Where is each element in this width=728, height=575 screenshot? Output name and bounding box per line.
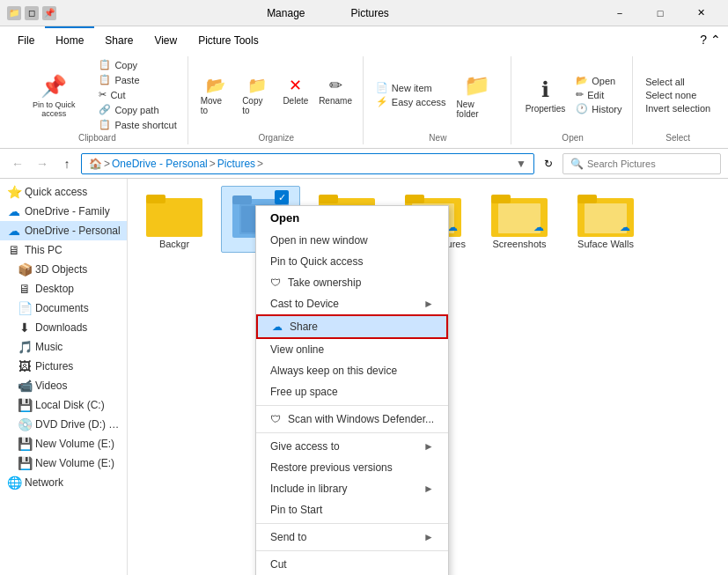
sidebar-item-videos[interactable]: 📹 Videos	[0, 376, 127, 395]
cut-button[interactable]: ✂ Cut	[95, 88, 180, 101]
3d-objects-icon: 📦	[18, 262, 32, 276]
ctx-share[interactable]: ☁ Share	[256, 314, 448, 339]
sidebar-item-this-pc[interactable]: 🖥 This PC	[0, 240, 127, 260]
ctx-always-keep[interactable]: Always keep on this device	[256, 360, 448, 381]
tab-picture-tools[interactable]: Picture Tools	[188, 26, 268, 53]
ctx-scan-defender[interactable]: 🛡 Scan with Windows Defender...	[256, 409, 448, 430]
pin-to-quick-access-button[interactable]: 📌 Pin to Quick access	[14, 70, 93, 120]
sidebar-item-onedrive-personal[interactable]: ☁ OneDrive - Personal	[0, 221, 127, 240]
sidebar-label-onedrive-personal: OneDrive - Personal	[25, 225, 121, 237]
easy-access-button[interactable]: ⚡ Easy access	[372, 95, 450, 108]
sidebar-item-3d-objects[interactable]: 📦 3D Objects	[0, 260, 127, 279]
ctx-send-to[interactable]: Send to ►	[256, 527, 448, 548]
tab-file[interactable]: File	[7, 26, 45, 53]
new-volume-e2-icon: 💾	[18, 456, 32, 470]
organize-label: Organize	[258, 133, 294, 143]
edit-button[interactable]: ✏ Edit	[572, 88, 625, 101]
ctx-pin-quick-access[interactable]: Pin to Quick access	[256, 251, 448, 272]
properties-button[interactable]: ℹ Properties	[520, 74, 571, 115]
svg-rect-8	[319, 195, 338, 203]
sidebar-item-local-disk[interactable]: 💾 Local Disk (C:)	[0, 395, 127, 415]
quick-access-icon[interactable]: ◻	[25, 6, 39, 20]
sidebar-item-quick-access[interactable]: ⭐ Quick access	[0, 182, 127, 202]
file-item-suface-walls[interactable]: ☁ Suface Walls	[566, 186, 645, 253]
minimize-button[interactable]: −	[599, 0, 640, 26]
ctx-cast-to-device[interactable]: Cast to Device ►	[256, 293, 448, 314]
ctx-view-online[interactable]: View online	[256, 339, 448, 360]
tab-view[interactable]: View	[143, 26, 188, 53]
back-button[interactable]: ←	[7, 153, 28, 174]
move-to-button[interactable]: 📂 Move to	[197, 73, 235, 117]
new-folder-button[interactable]: 📁 New folder	[452, 70, 504, 121]
sidebar-label-network: Network	[25, 476, 63, 489]
delete-button[interactable]: ✕ Delete	[279, 73, 312, 117]
ctx-give-access[interactable]: Give access to ►	[256, 436, 448, 457]
ctx-cut[interactable]: Cut	[256, 554, 448, 575]
open-button[interactable]: 📂 Open	[572, 74, 625, 87]
select-none-button[interactable]: Select none	[642, 89, 714, 101]
search-input[interactable]	[587, 158, 713, 169]
sidebar-item-music[interactable]: 🎵 Music	[0, 337, 127, 357]
paste-shortcut-button[interactable]: 📋 Paste shortcut	[95, 118, 180, 131]
downloads-icon: ⬇	[18, 321, 32, 335]
shield-icon-ownership: 🛡	[270, 276, 281, 289]
select-all-button[interactable]: Select all	[642, 76, 714, 88]
new-item-button[interactable]: 📄 New item	[372, 81, 450, 94]
refresh-button[interactable]: ↻	[538, 153, 559, 174]
path-onedrive[interactable]: OneDrive - Personal	[112, 158, 208, 170]
sidebar-item-documents[interactable]: 📄 Documents	[0, 299, 127, 318]
copy-button[interactable]: 📋 Copy	[95, 58, 180, 71]
path-home-icon: 🏠	[89, 158, 102, 170]
svg-rect-2	[146, 195, 165, 203]
svg-rect-10	[405, 195, 424, 203]
open-label: Open	[562, 133, 583, 143]
path-pictures[interactable]: Pictures	[217, 158, 255, 170]
title-bar-icons: 📁 ◻ 📌	[7, 6, 56, 20]
copy-icon: 📋	[99, 59, 111, 70]
edit-icon: ✏	[576, 89, 584, 100]
ctx-take-ownership[interactable]: 🛡 Take ownership	[256, 272, 448, 293]
file-item-screenshots[interactable]: ☁ Screenshots	[480, 186, 559, 253]
ctx-include-library[interactable]: Include in library ►	[256, 478, 448, 499]
new-item-icon: 📄	[376, 82, 388, 93]
sidebar-item-desktop[interactable]: 🖥 Desktop	[0, 279, 127, 299]
sidebar-item-new-volume-e[interactable]: 💾 New Volume (E:)	[0, 434, 127, 453]
close-button[interactable]: ✕	[680, 0, 721, 26]
cloud-icon-share: ☁	[272, 321, 283, 333]
copy-to-button[interactable]: 📁 Copy to	[239, 73, 276, 117]
up-button[interactable]: ↑	[56, 153, 77, 174]
sidebar-item-dvd-drive[interactable]: 💿 DVD Drive (D:) CCCOMA	[0, 415, 127, 434]
paste-button[interactable]: 📋 Paste	[95, 73, 180, 86]
tab-home[interactable]: Home	[45, 26, 94, 53]
maximize-button[interactable]: □	[640, 0, 680, 26]
address-path[interactable]: 🏠 > OneDrive - Personal > Pictures > ▼	[81, 153, 534, 174]
pin-icon[interactable]: 📌	[42, 6, 56, 20]
tab-pictures[interactable]: Pictures	[337, 4, 403, 23]
ribbon-toggle-icon[interactable]: ⌃	[710, 33, 721, 47]
path-dropdown-icon[interactable]: ▼	[516, 158, 526, 170]
tab-share[interactable]: Share	[94, 26, 143, 53]
invert-selection-button[interactable]: Invert selection	[642, 102, 714, 114]
ctx-pin-to-start[interactable]: Pin to Start	[256, 499, 448, 520]
sidebar-item-downloads[interactable]: ⬇ Downloads	[0, 318, 127, 337]
ctx-open-new-window[interactable]: Open in new window	[256, 230, 448, 251]
copy-path-button[interactable]: 🔗 Copy path	[95, 103, 180, 116]
sidebar-item-onedrive-family[interactable]: ☁ OneDrive - Family	[0, 202, 127, 221]
ctx-restore-previous[interactable]: Restore previous versions	[256, 457, 448, 478]
sidebar-item-new-volume-e2[interactable]: 💾 New Volume (E:)	[0, 453, 127, 473]
submenu-arrow-send: ►	[423, 531, 434, 543]
new-items: 📄 New item ⚡ Easy access 📁 New folder	[372, 58, 504, 131]
defender-icon: 🛡	[270, 413, 281, 425]
open-group: ℹ Properties 📂 Open ✏ Edit 🕐 History	[513, 56, 633, 144]
sidebar-item-network[interactable]: 🌐 Network	[0, 473, 127, 492]
tab-manage[interactable]: Manage	[253, 4, 319, 23]
search-box[interactable]: 🔍	[563, 153, 721, 174]
sidebar-item-pictures[interactable]: 🖼 Pictures	[0, 357, 127, 376]
ctx-free-up-space[interactable]: Free up space	[256, 381, 448, 402]
history-button[interactable]: 🕐 History	[572, 102, 625, 115]
onedrive-family-icon: ☁	[7, 204, 21, 218]
help-icon[interactable]: ?	[700, 33, 707, 47]
file-item-backgr1[interactable]: Backgr	[135, 186, 214, 253]
forward-button[interactable]: →	[32, 153, 53, 174]
rename-button[interactable]: ✏ Rename	[315, 73, 356, 117]
